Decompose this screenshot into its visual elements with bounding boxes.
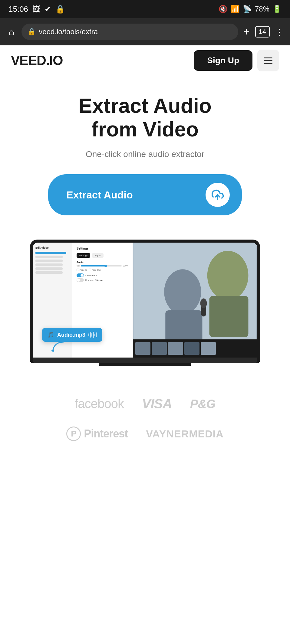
fade-out-checkbox [89,269,91,271]
hero-section: Extract Audio from Video One-click onlin… [0,76,290,227]
brands-section: facebook VISA P&G P Pinterest VAYNERMEDI… [0,378,290,474]
settings-tabs: Settings Adjust [77,253,128,258]
signup-button[interactable]: Sign Up [194,50,252,71]
upload-icon [212,189,224,201]
fade-in-checkbox [77,269,79,271]
timeline-bar [133,339,257,358]
audio-section-title: Audio [77,261,128,263]
sidebar-row-1 [35,256,63,258]
status-left: 15:06 🖼 ✔ 🔒 [8,5,65,14]
screen-video-area [133,243,257,358]
url-text: veed.io/tools/extra [39,28,98,36]
clean-audio-label: Clean Audio [85,274,98,277]
wave-bar-4 [93,332,94,338]
sidebar-row-4 [35,267,63,270]
upload-circle [206,183,230,207]
facebook-logo: facebook [75,397,124,411]
sidebar-row-active [35,252,66,254]
nav-right: Sign Up [194,50,279,71]
music-icon: 🎵 [48,332,54,338]
extract-btn-label: Extract Audio [66,189,133,201]
audio-file-tag: 🎵 Audio.mp3 [42,328,102,342]
volume-slider: Vol 200% [77,265,128,267]
pg-logo: P&G [190,397,216,411]
pinterest-circle-icon: P [66,427,81,441]
hero-title: Extract Audio from Video [12,94,278,141]
wave-bar-6 [96,332,97,337]
tab-settings: Settings [77,253,90,258]
audio-wave [88,332,97,338]
svg-point-7 [200,299,207,309]
screenshot-area: Edit Video Settings Settings Adjust [0,227,290,378]
logo: VEED.IO [11,53,63,68]
svg-rect-3 [209,296,249,337]
check-icon: ✔ [44,5,51,14]
arrow-icon [51,341,66,353]
fade-out-item: Fade Out [89,269,101,271]
tabs-button[interactable]: 14 [255,26,270,38]
sidebar-row-3 [35,263,63,266]
svg-point-2 [207,251,249,300]
wifi-icon: 📶 [231,5,240,13]
silence-toggle-knob [77,279,80,282]
sidebar-title: Edit Video [35,246,70,249]
wave-bar-2 [90,332,91,338]
brands-row-2: P Pinterest VAYNERMEDIA [12,427,278,441]
battery-icon: 🔋 [272,5,282,13]
tab-adjust: Adjust [92,253,104,258]
url-bar[interactable]: 🔒 veed.io/tools/extra [21,24,238,40]
timeline-thumb-3 [168,342,183,355]
remove-silence-toggle [77,278,84,282]
settings-panel-title: Settings [77,247,128,250]
timeline-thumb-4 [184,342,199,355]
fade-out-label: Fade Out [92,269,101,271]
hero-subtitle: One-click online audio extractor [12,149,278,159]
volume-percent: 200% [123,265,128,267]
menu-line-1 [264,57,272,58]
wave-bar-3 [91,333,92,337]
visa-logo: VISA [142,396,172,411]
sidebar-row-5 [35,271,63,274]
status-right: 🔇 📶 📡 78% 🔋 [219,5,282,13]
lock-icon: 🔒 [28,28,36,36]
new-tab-button[interactable]: + [243,25,249,38]
remove-silence-row: Remove Silence [77,278,128,282]
browser-actions: + 14 ⋮ [243,25,284,38]
home-button[interactable]: ⌂ [6,24,17,40]
signal-icon: 📡 [243,5,252,13]
photo-icon: 🖼 [32,5,40,14]
toggle-knob [81,274,84,277]
volume-label: Vol [77,265,80,267]
audio-filename: Audio.mp3 [57,332,85,338]
browser-bar: ⌂ 🔒 veed.io/tools/extra + 14 ⋮ [0,18,290,45]
timeline-thumb-2 [152,342,167,355]
status-bar: 15:06 🖼 ✔ 🔒 🔇 📶 📡 78% 🔋 [0,0,290,18]
laptop-stand [99,363,191,366]
slider-track [81,265,122,266]
clean-audio-toggle [77,273,84,277]
fade-in-label: Fade In [80,269,87,271]
vayner-bold-text: VAYNER [146,428,189,440]
wave-bar-5 [94,334,95,336]
pinterest-logo: P Pinterest [66,427,128,441]
extract-audio-button[interactable]: Extract Audio [48,174,242,215]
slider-fill [81,265,105,266]
menu-line-3 [264,63,272,64]
fade-row: Fade In Fade Out [77,269,128,271]
navbar: VEED.IO Sign Up [0,45,290,76]
mute-icon: 🔇 [219,5,228,13]
bottom-padding [0,474,290,499]
remove-silence-label: Remove Silence [85,279,103,282]
fade-in-item: Fade In [77,269,87,271]
vaynermedia-logo: VAYNERMEDIA [146,428,224,440]
lock-status-icon: 🔒 [55,5,65,14]
sidebar-row-2 [35,260,63,262]
slider-dot [104,265,107,267]
timeline-thumb-1 [135,342,150,355]
hamburger-menu-button[interactable] [257,50,279,71]
time: 15:06 [8,5,28,14]
brands-row-1: facebook VISA P&G [12,396,278,411]
timeline-thumb-5 [201,342,216,355]
wave-bar-1 [88,333,89,336]
browser-menu-button[interactable]: ⋮ [275,27,284,37]
